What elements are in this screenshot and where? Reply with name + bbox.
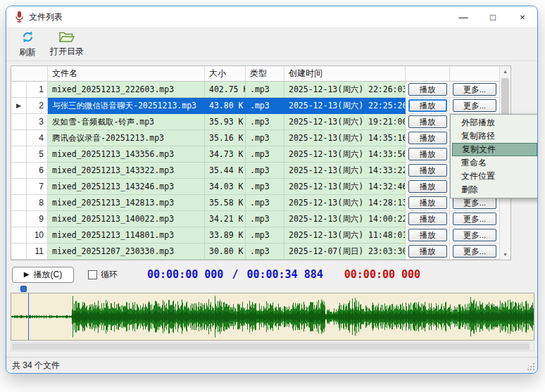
type-cell: .mp3	[246, 98, 284, 114]
created-time-cell: 2025-12-13(周六) 19:21:00	[284, 114, 406, 130]
maximize-button[interactable]: □	[478, 6, 508, 27]
created-time-cell: 2025-12-13(周六) 14:33:22	[284, 163, 406, 179]
resize-grip-icon[interactable]	[527, 362, 535, 371]
time-total: 00:00:34 884	[246, 268, 322, 281]
column-header-size[interactable]: 大小	[205, 66, 246, 81]
table-row[interactable]: 4 腾讯会议录音-20251213.mp3 35.16 K .mp3 2025-…	[11, 130, 510, 146]
play-cell: 播放	[406, 195, 450, 211]
waveform-canvas[interactable]	[11, 293, 534, 341]
refresh-button[interactable]: 刷新	[12, 30, 43, 59]
table-row[interactable]: 6 mixed_20251213_143322.mp3 35.44 K .mp3…	[11, 163, 510, 179]
created-time-cell: 2025-12-13(周六) 11:48:01	[284, 227, 406, 244]
table-header: 文件名 大小 类型 创建时间	[11, 66, 510, 82]
size-cell: 402.75 K	[205, 82, 246, 98]
type-cell: .mp3	[246, 244, 284, 260]
column-header-filename[interactable]: 文件名	[48, 66, 205, 81]
row-play-button[interactable]: 播放	[408, 99, 447, 112]
column-header-index[interactable]	[11, 66, 48, 81]
column-header-play[interactable]	[406, 66, 450, 81]
row-number-cell: 11	[27, 244, 48, 260]
open-directory-button[interactable]: 打开目录	[47, 30, 87, 59]
folder-icon	[59, 31, 75, 45]
context-menu-item[interactable]: 复制路径	[452, 129, 537, 143]
context-menu-item[interactable]: 复制文件	[452, 143, 537, 156]
size-cell: 35.44 K	[205, 163, 246, 179]
type-cell: .mp3	[246, 130, 284, 146]
column-header-more[interactable]	[450, 66, 499, 81]
row-more-button[interactable]: 更多...	[453, 229, 496, 241]
table-row[interactable]: 8 mixed_20251213_142813.mp3 35.58 K .mp3…	[11, 195, 510, 211]
column-header-created[interactable]: 创建时间	[284, 66, 406, 81]
type-cell: .mp3	[246, 146, 284, 163]
row-play-button[interactable]: 播放	[408, 164, 447, 177]
created-time-cell: 2025-12-13(周六) 14:33:56	[284, 146, 406, 163]
filename-cell: 发如雪-音频截取-铃声.mp3	[48, 114, 205, 130]
context-menu-item[interactable]: 删除	[452, 183, 537, 196]
checkbox-icon[interactable]	[88, 270, 97, 279]
table-row[interactable]: 10 mixed_20251213_114801.mp3 33.89 K .mp…	[11, 227, 510, 244]
filename-cell: mixed_20251213_222603.mp3	[48, 82, 205, 98]
scroll-up-icon[interactable]: ▲	[500, 66, 510, 77]
scroll-down-icon[interactable]: ▼	[500, 249, 510, 260]
refresh-label: 刷新	[19, 46, 36, 58]
more-cell: 更多...	[450, 82, 499, 98]
row-play-button[interactable]: 播放	[408, 245, 447, 258]
column-header-type[interactable]: 类型	[246, 66, 284, 81]
created-time-cell: 2025-12-13(周六) 22:26:03	[284, 82, 406, 98]
table-row[interactable]: 1 mixed_20251213_222603.mp3 402.75 K .mp…	[11, 82, 510, 98]
row-play-button[interactable]: 播放	[408, 148, 447, 160]
app-window: 文件列表 — □ × 刷新	[6, 6, 538, 374]
row-play-button[interactable]: 播放	[408, 115, 447, 128]
created-time-cell: 2025-12-07(周日) 23:03:30	[284, 244, 406, 260]
minimize-button[interactable]: —	[449, 6, 478, 27]
row-number-cell: 9	[27, 211, 48, 227]
waveform-hscrollbar[interactable]	[11, 342, 534, 351]
context-menu-item[interactable]: 外部播放	[452, 116, 537, 129]
status-bar: 共 34 个文件	[6, 357, 537, 373]
filename-cell: mixed_20251213_143246.mp3	[48, 179, 205, 195]
row-more-button[interactable]: 更多...	[453, 99, 496, 112]
play-cell: 播放	[406, 163, 450, 179]
table-row[interactable]: 7 mixed_20251213_143246.mp3 34.03 K .mp3…	[11, 179, 510, 195]
row-play-button[interactable]: 播放	[408, 132, 447, 144]
row-play-button[interactable]: 播放	[408, 213, 447, 225]
row-number-cell: 2	[27, 98, 48, 114]
context-menu-item[interactable]: 文件位置	[452, 170, 537, 183]
loop-checkbox[interactable]: 循环	[88, 269, 118, 281]
loop-label: 循环	[101, 269, 118, 281]
row-selected-indicator	[11, 195, 27, 211]
player-controls: ▶ 播放(C) 循环 00:00:00 000 / 00:00:34 884 0…	[12, 266, 420, 283]
waveform-slider-track[interactable]	[11, 285, 534, 293]
table-row[interactable]: 11 mixed_20251207_230330.mp3 30.80 K .mp…	[11, 244, 510, 260]
type-cell: .mp3	[246, 114, 284, 130]
waveform-slider-handle[interactable]	[20, 286, 27, 292]
filename-cell: mixed_20251213_142813.mp3	[48, 195, 205, 211]
row-play-button[interactable]: 播放	[408, 83, 447, 96]
play-button[interactable]: ▶ 播放(C)	[12, 267, 74, 283]
row-more-button[interactable]: 更多...	[453, 245, 496, 258]
type-cell: .mp3	[246, 211, 284, 227]
table-row[interactable]: ▶ 2 与张三的微信语音聊天-20251213.mp3 43.80 K .mp3…	[11, 98, 510, 114]
more-cell: 更多...	[450, 211, 499, 227]
created-time-cell: 2025-12-13(周六) 22:25:26	[284, 98, 406, 114]
row-number-cell: 10	[27, 227, 48, 244]
row-play-button[interactable]: 播放	[408, 196, 447, 209]
more-cell: 更多...	[450, 244, 499, 260]
close-button[interactable]: ×	[508, 6, 537, 27]
context-menu-item[interactable]: 重命名	[452, 156, 537, 170]
window-controls: — □ ×	[449, 6, 537, 27]
row-selected-indicator: ▶	[11, 98, 27, 114]
main-content: 文件名 大小 类型 创建时间 1 mixed_20251213_222603.m…	[6, 61, 537, 357]
size-cell: 34.21 K	[205, 211, 246, 227]
size-cell: 35.58 K	[205, 195, 246, 211]
table-row[interactable]: 9 mixed_20251213_140022.mp3 34.21 K .mp3…	[11, 211, 510, 227]
row-play-button[interactable]: 播放	[408, 180, 447, 193]
row-more-button[interactable]: 更多...	[453, 213, 496, 225]
row-play-button[interactable]: 播放	[408, 229, 447, 241]
table-row[interactable]: 5 mixed_20251213_143356.mp3 34.73 K .mp3…	[11, 146, 510, 163]
row-number-cell: 6	[27, 163, 48, 179]
waveform-hscrollbar-thumb[interactable]	[12, 343, 530, 350]
play-cell: 播放	[406, 244, 450, 260]
row-more-button[interactable]: 更多...	[453, 83, 496, 96]
table-row[interactable]: 3 发如雪-音频截取-铃声.mp3 35.93 K .mp3 2025-12-1…	[11, 114, 510, 130]
